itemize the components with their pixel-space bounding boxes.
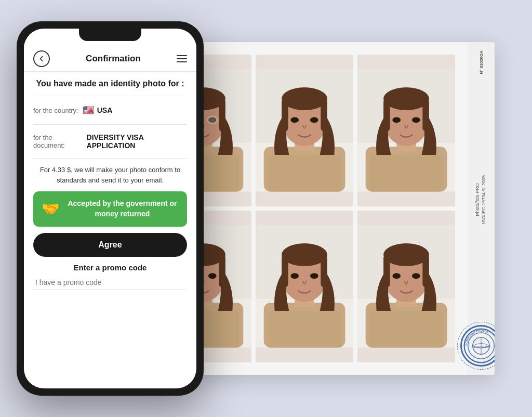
- promo-title: Enter a promo code: [33, 263, 187, 272]
- content-header: You have made an identity photo for :: [33, 78, 187, 89]
- svg-point-29: [383, 87, 429, 110]
- svg-point-62: [383, 243, 429, 266]
- svg-point-70: [473, 337, 489, 354]
- svg-point-44: [208, 273, 217, 279]
- sheet-brand: Photo/foto PRO ISO/IEC 19794-5: 2005: [475, 175, 487, 224]
- phone-content: You have made an identity photo for : fo…: [24, 72, 196, 388]
- status-bar: [24, 41, 196, 46]
- svg-point-54: [290, 273, 299, 279]
- guarantee-banner: 🤝 Accepted by the government or money re…: [33, 191, 187, 226]
- svg-point-68: [464, 329, 495, 363]
- divider-1: [33, 96, 187, 96]
- promo-section: Enter a promo code: [33, 263, 187, 290]
- svg-point-55: [310, 273, 318, 279]
- nav-title: Confirmation: [86, 54, 141, 64]
- main-scene: N° 82020GA Photo/foto PRO ISO/IEC 19794-…: [17, 16, 515, 401]
- svg-point-65: [392, 273, 401, 279]
- svg-point-32: [392, 117, 401, 123]
- country-value: 🇺🇸 USA: [83, 105, 113, 116]
- price-text: For 4.33 $, we will make your photo conf…: [33, 165, 187, 185]
- document-row: for the document: DIVERSITY VISA APPLICA…: [33, 131, 187, 152]
- photo-cell-3: [357, 55, 455, 206]
- phone-notch: [79, 29, 141, 41]
- svg-point-33: [412, 117, 420, 123]
- guarantee-text: Accepted by the government or money retu…: [66, 199, 179, 219]
- document-value: DIVERSITY VISA APPLICATION: [87, 133, 187, 150]
- agree-button[interactable]: Agree: [33, 233, 187, 257]
- svg-point-21: [290, 117, 299, 123]
- document-label: for the document:: [33, 134, 83, 149]
- svg-point-11: [207, 116, 218, 124]
- country-label: for the country:: [33, 107, 78, 114]
- divider-3: [33, 158, 187, 159]
- svg-text:ICAO·OACI·MAO: ICAO·OACI·MAO: [472, 346, 490, 348]
- guarantee-icon: 🤝: [42, 200, 60, 217]
- promo-input[interactable]: [33, 275, 187, 290]
- svg-point-66: [412, 273, 420, 279]
- sheet-sidebar: N° 82020GA Photo/foto PRO ISO/IEC 19794-…: [468, 42, 495, 375]
- country-flag: 🇺🇸: [83, 105, 94, 116]
- menu-button[interactable]: [177, 55, 187, 62]
- svg-point-69: [468, 333, 494, 359]
- nav-bar: Confirmation: [24, 46, 196, 71]
- svg-point-22: [310, 117, 318, 123]
- photo-cell-6: [357, 211, 455, 362]
- svg-text:COMPLIANT PHOTOS: COMPLIANT PHOTOS: [464, 329, 489, 346]
- phone-screen: Confirmation You have made an identity p…: [24, 29, 196, 388]
- divider-2: [33, 124, 187, 125]
- svg-rect-23: [268, 155, 341, 192]
- country-row: for the country: 🇺🇸 USA: [33, 102, 187, 118]
- svg-rect-56: [268, 311, 341, 348]
- phone: Confirmation You have made an identity p…: [17, 21, 204, 396]
- photo-cell-5: [256, 211, 353, 362]
- compliance-stamp: COMPLIANT PHOTOS ICAO·OACI·MAO: [460, 325, 495, 367]
- svg-rect-67: [370, 311, 443, 348]
- svg-point-51: [282, 243, 327, 266]
- sheet-number: N° 82020GA: [479, 50, 484, 74]
- svg-point-18: [282, 87, 327, 110]
- photo-cell-2: [256, 55, 353, 206]
- back-button[interactable]: [33, 50, 50, 67]
- svg-rect-34: [370, 155, 443, 192]
